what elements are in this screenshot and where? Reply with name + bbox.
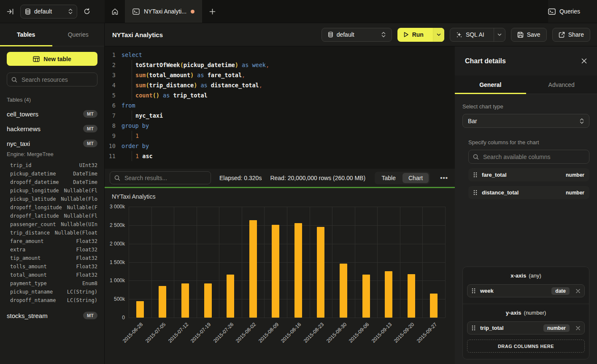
resource-search-input[interactable] [21,76,93,84]
x-axis-chips: weekdate [467,284,585,297]
home-button[interactable] [105,0,125,23]
axis-chip-type-badge: number [543,324,570,332]
editor-line[interactable]: 1select [105,50,455,60]
column-row: fare_amountFloat32 [10,237,97,245]
table-row[interactable]: hackernewsMT [7,125,97,132]
drag-handle-icon[interactable] [473,172,477,178]
x-tick-label: 2015-09-27 [416,321,438,344]
search-icon [473,154,479,160]
drag-handle-icon[interactable] [472,325,475,331]
editor-line[interactable]: 2toStartOfWeek(pickup_datetime) as week, [105,60,455,70]
column-type: Nullable(UIn [61,220,97,229]
sidebar-tab-tables[interactable]: Tables [0,23,52,46]
view-toggle-chart[interactable]: Chart [403,173,429,183]
refresh-icon[interactable] [84,8,90,15]
y-tick-label: 500k [114,296,125,302]
close-icon[interactable] [581,58,587,64]
column-name: total_amount [10,271,47,279]
table-name: cell_towers [7,111,38,118]
column-row: dropoff_latitudeNullable(Fl [10,212,97,220]
chart-type-select[interactable]: Bar [462,114,589,128]
drag-handle-icon[interactable] [472,288,475,294]
tab-advanced[interactable]: Advanced [526,75,597,94]
new-table-button[interactable]: New table [7,52,97,66]
table-row[interactable]: stocks_streamMT [7,312,97,319]
table-row[interactable]: nyc_taxiMT [7,140,97,147]
grid-line [151,207,152,318]
grid-line [129,207,129,318]
columns-search-input[interactable] [482,153,585,161]
column-row: pickup_ntanameLC(String) [10,288,97,296]
database-selector[interactable]: default [20,5,77,19]
columns-search[interactable] [468,150,589,164]
results-search-input[interactable] [124,174,206,182]
sql-ai-button[interactable]: SQL AI [450,28,505,42]
column-chip-type: number [566,172,584,178]
editor-line[interactable]: 7nyc_taxi [105,111,455,121]
column-chip-type: number [566,190,584,196]
query-title: NYTaxi Analytics [111,31,163,38]
editor-line[interactable]: 8group by [105,121,455,131]
engine-badge: MT [83,140,97,147]
tab-general[interactable]: General [455,75,526,94]
run-options-button[interactable] [433,28,444,42]
queries-button[interactable]: Queries [548,0,597,23]
collapse-sidebar-icon[interactable] [7,8,14,15]
column-type: Float32 [76,237,97,245]
sql-editor[interactable]: 1select2toStartOfWeek(pickup_datetime) a… [105,46,455,169]
remove-column-icon[interactable] [576,326,580,330]
column-row: tip_amountFloat32 [10,254,97,262]
table-row[interactable]: cell_towersMT [7,110,97,118]
column-name: dropoff_datetime [10,178,59,186]
editor-line[interactable]: 111 asc [105,151,455,161]
editor-line[interactable]: 10order by [105,141,455,151]
editor-line[interactable]: 6from [105,100,455,111]
code-text: 1 [122,131,139,141]
save-button[interactable]: Save [511,28,547,42]
queries-icon [548,8,556,15]
remove-column-icon[interactable] [576,289,580,293]
drop-zone[interactable]: DRAG COLUMNS HERE [467,340,585,353]
bar [204,283,212,318]
bar [408,274,415,318]
results-search[interactable] [110,171,211,184]
database-selector-toolbar[interactable]: default [321,28,392,42]
line-number: 5 [105,90,116,100]
line-number: 11 [105,151,116,161]
column-name: pickup_datetime [10,170,56,178]
drag-handle-icon[interactable] [473,190,477,195]
column-name: trip_distance [10,229,50,237]
sql-ai-options-button[interactable] [494,28,505,41]
column-type: Float32 [76,245,97,254]
results-menu-icon[interactable]: ••• [438,174,450,181]
view-toggle-table[interactable]: Table [376,173,402,183]
panel-tabs: GeneralAdvanced [455,75,597,94]
editor-line[interactable]: 5count() as trip_total [105,90,455,100]
y-axis-section: y-axis(number) trip_totalnumber DRAG COL… [463,304,589,359]
resource-search[interactable] [7,73,97,86]
code-text: toStartOfWeek(pickup_datetime) as week, [122,60,269,70]
x-tick-label: 2015-09-20 [393,321,415,344]
column-type: Float32 [76,262,97,271]
bar [181,283,189,318]
table-name: hackernews [7,125,41,132]
run-button[interactable]: Run [397,28,444,42]
axis-chip[interactable]: trip_totalnumber [467,321,585,334]
chart-type-label: Select chart type [462,103,589,110]
engine-badge: MT [83,110,97,118]
tables-section-label: Tables (4) [7,97,97,103]
axis-chip[interactable]: weekdate [467,284,585,297]
column-chip[interactable]: fare_totalnumber [468,168,589,181]
editor-line[interactable]: 91 [105,131,455,141]
sidebar-tab-queries[interactable]: Queries [52,23,105,46]
share-button[interactable]: Share [552,28,590,42]
new-tab-button[interactable] [202,0,222,23]
column-name: pickup_longitude [10,186,59,195]
column-row: trip_distanceNullable(Float [10,229,97,237]
editor-line[interactable]: 4sum(trip_distance) as distance_total, [105,80,455,90]
x-axis-label: x-axis [511,272,526,279]
editor-line[interactable]: 3sum(total_amount) as fare_total, [105,70,455,80]
columns-list: trip_idUInt32pickup_datetimeDateTimedrop… [7,161,97,305]
tab-nytaxi-analytics[interactable]: NYTaxi Analyti... [125,0,202,23]
column-chip[interactable]: distance_totalnumber [468,186,589,199]
